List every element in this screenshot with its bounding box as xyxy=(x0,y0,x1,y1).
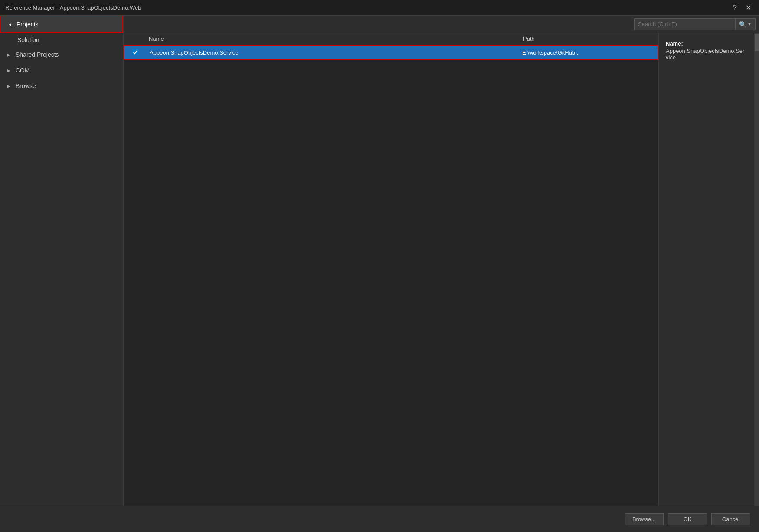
title-bar: Reference Manager - Appeon.SnapObjectsDe… xyxy=(0,0,759,16)
table-area: Name Path Appeon.SnapObjectsDemo.Service… xyxy=(124,33,759,506)
row-path-cell: E:\workspace\GitHub... xyxy=(519,49,658,56)
sidebar: ◄ Projects Solution ▶ Shared Projects ▶ … xyxy=(0,16,124,506)
row-checkbox-cell xyxy=(124,49,146,55)
chevron-right-icon: ▶ xyxy=(7,52,12,57)
chevron-right-icon-browse: ▶ xyxy=(7,84,12,88)
info-panel-value: Appeon.SnapObjectsDemo.Service xyxy=(666,48,747,61)
sidebar-item-projects-label: Projects xyxy=(16,21,39,28)
sidebar-item-com-label: COM xyxy=(16,67,30,74)
search-wrapper: 🔍 ▼ xyxy=(634,18,756,30)
col-name-header: Name xyxy=(145,36,520,42)
ok-button[interactable]: OK xyxy=(668,513,707,525)
scrollbar[interactable] xyxy=(754,33,759,506)
window-controls: ? ✕ xyxy=(730,3,754,12)
col-path-header: Path xyxy=(520,36,658,42)
main-container: ◄ Projects Solution ▶ Shared Projects ▶ … xyxy=(0,16,759,506)
chevron-down-icon: ◄ xyxy=(8,22,13,27)
help-button[interactable]: ? xyxy=(730,3,739,12)
search-icon: 🔍 xyxy=(739,21,746,28)
chevron-right-icon-com: ▶ xyxy=(7,68,12,73)
table-container: Name Path Appeon.SnapObjectsDemo.Service… xyxy=(124,33,658,506)
bottom-bar: Browse... OK Cancel xyxy=(0,506,759,532)
sidebar-item-com[interactable]: ▶ COM xyxy=(0,62,123,78)
search-dropdown-icon: ▼ xyxy=(747,22,752,26)
window-title: Reference Manager - Appeon.SnapObjectsDe… xyxy=(5,4,141,11)
table-row[interactable]: Appeon.SnapObjectsDemo.Service E:\worksp… xyxy=(124,45,658,60)
scroll-thumb[interactable] xyxy=(755,34,759,51)
info-panel: Name: Appeon.SnapObjectsDemo.Service xyxy=(658,33,754,506)
table-body: Appeon.SnapObjectsDemo.Service E:\worksp… xyxy=(124,45,658,506)
sidebar-item-solution[interactable]: Solution xyxy=(0,33,123,47)
search-bar: 🔍 ▼ xyxy=(124,16,759,33)
close-button[interactable]: ✕ xyxy=(743,3,754,12)
search-button[interactable]: 🔍 ▼ xyxy=(735,19,755,30)
cancel-button[interactable]: Cancel xyxy=(711,513,750,525)
info-panel-label: Name: xyxy=(666,40,683,47)
sidebar-item-browse-label: Browse xyxy=(16,82,36,89)
sidebar-item-browse[interactable]: ▶ Browse xyxy=(0,78,123,94)
row-checkbox[interactable] xyxy=(132,49,138,55)
table-header: Name Path xyxy=(124,33,658,45)
right-panel: 🔍 ▼ Name Path xyxy=(124,16,759,506)
sidebar-item-projects[interactable]: ◄ Projects xyxy=(0,16,123,33)
sidebar-item-shared-projects-label: Shared Projects xyxy=(16,51,59,58)
row-name-cell: Appeon.SnapObjectsDemo.Service xyxy=(146,49,519,56)
browse-button[interactable]: Browse... xyxy=(625,513,664,525)
sidebar-item-shared-projects[interactable]: ▶ Shared Projects xyxy=(0,47,123,62)
search-input[interactable] xyxy=(635,19,735,30)
sidebar-item-solution-label: Solution xyxy=(17,36,39,43)
